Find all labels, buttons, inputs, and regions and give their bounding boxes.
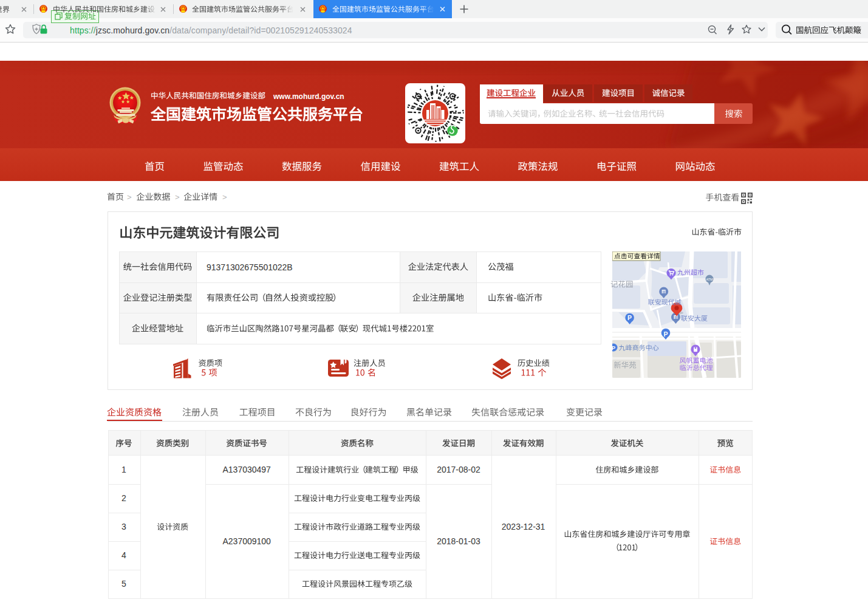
svg-text:ATM: ATM <box>706 278 713 281</box>
svg-text:P: P <box>612 345 615 351</box>
svg-text:P: P <box>627 314 632 321</box>
svg-text:P: P <box>663 330 668 338</box>
